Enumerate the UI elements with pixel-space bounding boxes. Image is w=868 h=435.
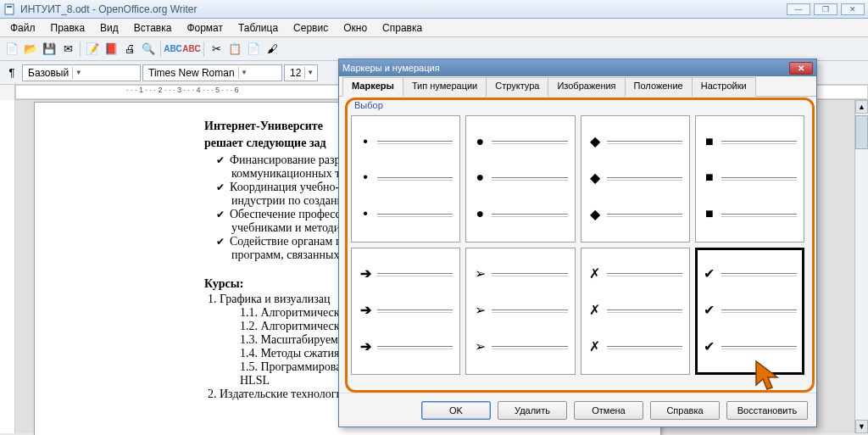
svg-rect-1: [7, 6, 12, 8]
reset-button[interactable]: Восстановить: [726, 401, 808, 420]
styles-button[interactable]: ¶: [3, 64, 20, 81]
font-name-combo[interactable]: Times New Roman▼: [142, 64, 282, 81]
chevron-down-icon: ▼: [72, 67, 84, 79]
save-button[interactable]: 💾: [41, 41, 58, 58]
bullet-option-2[interactable]: ● ● ●: [465, 115, 575, 243]
app-icon: [3, 3, 17, 16]
toolbar-standard: 📄 📂 💾 ✉ 📝 📕 🖨 🔍 ABC ABC ✂ 📋 📄 🖌: [0, 37, 868, 61]
menu-insert[interactable]: Вставка: [127, 20, 179, 36]
menu-view[interactable]: Вид: [93, 20, 125, 36]
scroll-down-button[interactable]: ▼: [855, 420, 868, 433]
chevron-down-icon: ▼: [238, 67, 250, 79]
close-button[interactable]: ✕: [841, 3, 865, 15]
scroll-thumb[interactable]: [855, 115, 868, 149]
help-button[interactable]: Справка: [650, 401, 720, 420]
svg-rect-0: [5, 4, 14, 14]
bullet-option-7[interactable]: ✗ ✗ ✗: [581, 248, 690, 375]
menu-tools[interactable]: Сервис: [287, 20, 335, 36]
scroll-up-button[interactable]: ▲: [855, 100, 868, 114]
bullets-dialog: Маркеры и нумерация ✕ Маркеры Тип нумера…: [338, 59, 817, 427]
chevron-down-icon: ▼: [304, 67, 315, 79]
dialog-title: Маркеры и нумерация: [342, 63, 440, 73]
bullet-style-grid: • • • ● ● ● ◆ ◆ ◆ ■ ■ ■ ➔ ➔ ➔: [351, 115, 804, 375]
bullet-option-8-selected[interactable]: ✔ ✔ ✔: [695, 248, 804, 375]
tab-position[interactable]: Положение: [625, 77, 693, 97]
format-paint-button[interactable]: 🖌: [264, 41, 281, 58]
tab-markers[interactable]: Маркеры: [342, 77, 403, 97]
menubar: Файл Правка Вид Вставка Формат Таблица С…: [0, 19, 868, 37]
spellcheck-button[interactable]: ABC: [164, 41, 181, 58]
print-button[interactable]: 🖨: [121, 41, 138, 58]
font-size-combo[interactable]: 12▼: [284, 64, 318, 81]
window-title: ИНТУИТ_8.odt - OpenOffice.org Writer: [20, 3, 198, 15]
open-button[interactable]: 📂: [22, 41, 39, 58]
bullet-option-6[interactable]: ➢ ➢ ➢: [465, 248, 575, 375]
dialog-tabs: Маркеры Тип нумерации Структура Изображе…: [339, 76, 816, 97]
group-label-selection: Выбор: [351, 100, 387, 110]
cancel-button[interactable]: Отмена: [574, 401, 643, 420]
bullet-option-3[interactable]: ◆ ◆ ◆: [581, 115, 690, 243]
tab-images[interactable]: Изображения: [548, 77, 625, 97]
cut-button[interactable]: ✂: [208, 41, 225, 58]
delete-button[interactable]: Удалить: [498, 401, 567, 420]
app-titlebar: ИНТУИТ_8.odt - OpenOffice.org Writer — ❐…: [0, 0, 868, 19]
scrollbar-vertical[interactable]: ▲ ▼: [854, 100, 868, 433]
minimize-button[interactable]: —: [787, 3, 810, 15]
bullet-option-1[interactable]: • • •: [351, 115, 460, 243]
autospell-button[interactable]: ABC: [183, 41, 200, 58]
dialog-close-button[interactable]: ✕: [789, 62, 813, 75]
dialog-button-row: OK Удалить Отмена Справка Восстановить: [339, 393, 816, 427]
menu-edit[interactable]: Правка: [44, 20, 92, 36]
preview-button[interactable]: 🔍: [140, 41, 157, 58]
menu-help[interactable]: Справка: [376, 20, 429, 36]
maximize-button[interactable]: ❐: [814, 3, 837, 15]
bullet-option-4[interactable]: ■ ■ ■: [695, 115, 804, 243]
pdf-button[interactable]: 📕: [103, 41, 120, 58]
ruler-vertical: [0, 100, 15, 433]
paragraph-style-combo[interactable]: Базовый▼: [22, 64, 141, 81]
copy-button[interactable]: 📋: [226, 41, 243, 58]
email-button[interactable]: ✉: [59, 41, 76, 58]
tab-settings[interactable]: Настройки: [692, 77, 756, 97]
paste-button[interactable]: 📄: [245, 41, 262, 58]
menu-format[interactable]: Формат: [180, 20, 230, 36]
edit-button[interactable]: 📝: [84, 41, 101, 58]
tab-numbering-type[interactable]: Тип нумерации: [403, 77, 487, 97]
tab-structure[interactable]: Структура: [486, 77, 548, 97]
menu-file[interactable]: Файл: [3, 20, 42, 36]
menu-table[interactable]: Таблица: [231, 20, 285, 36]
dialog-titlebar[interactable]: Маркеры и нумерация ✕: [339, 59, 816, 76]
bullet-option-5[interactable]: ➔ ➔ ➔: [351, 248, 460, 375]
window-controls: — ❐ ✕: [787, 3, 865, 15]
menu-window[interactable]: Окно: [337, 20, 374, 36]
new-doc-button[interactable]: 📄: [3, 41, 20, 58]
ok-button[interactable]: OK: [421, 401, 491, 420]
